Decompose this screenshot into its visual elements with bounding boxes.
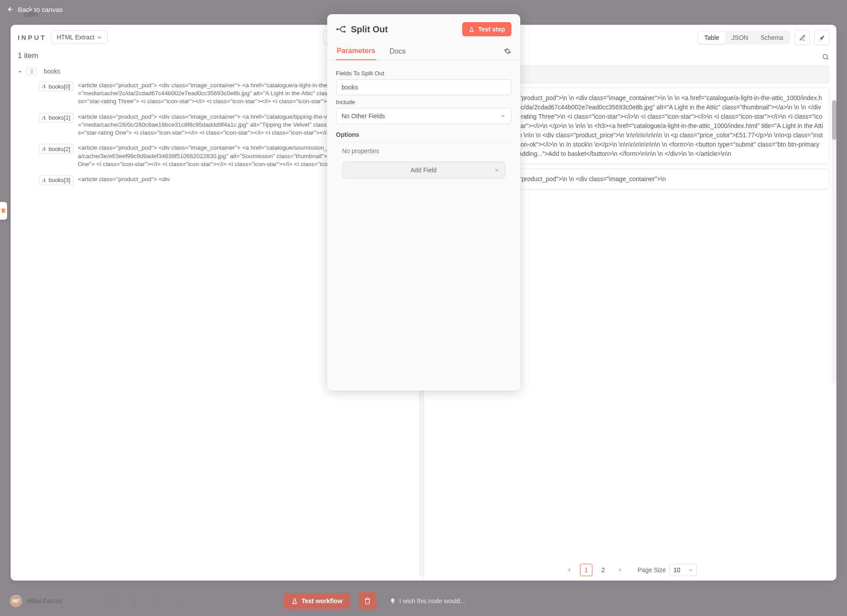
logo-text: n8n <box>24 10 38 19</box>
svg-point-0 <box>6 13 8 15</box>
svg-point-2 <box>16 11 19 13</box>
app-logo: n8n <box>5 10 38 19</box>
svg-point-3 <box>16 15 19 17</box>
node-config-modal: Split Out Test step Parameters Docs Fiel… <box>327 14 520 19</box>
n8n-logo-icon <box>5 10 22 19</box>
svg-point-1 <box>11 13 13 15</box>
